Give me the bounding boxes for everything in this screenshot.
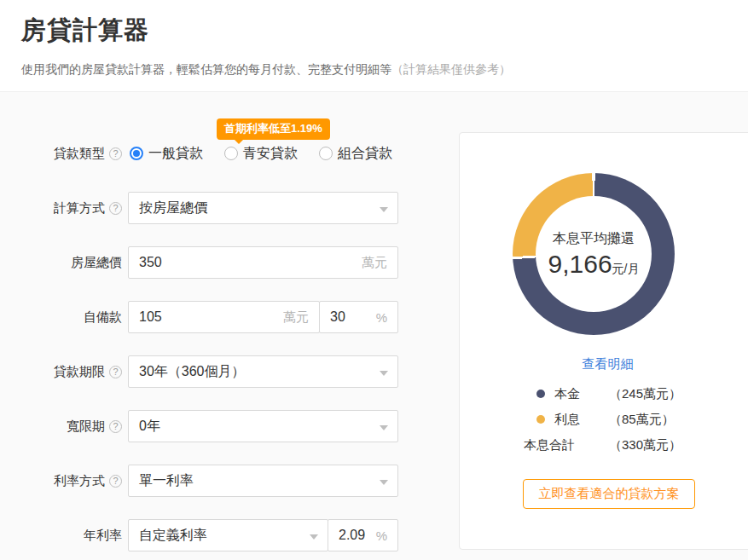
rate-type-label-text: 利率方式: [54, 473, 105, 489]
legend-value: （245萬元）: [609, 386, 681, 402]
annual-rate-select[interactable]: 自定義利率: [128, 519, 328, 551]
radio-icon: [130, 147, 143, 160]
house-price-box: 萬元: [128, 246, 398, 279]
promo-badge: 首期利率低至1.19%: [217, 118, 330, 140]
house-price-label-text: 房屋總價: [71, 255, 122, 271]
down-payment-row: 自備款 萬元 %: [0, 301, 398, 333]
loan-type-label-text: 貸款類型: [54, 146, 105, 162]
chart-legend: 本金 （245萬元） 利息 （85萬元） 本息合計 （330萬元）: [524, 381, 728, 458]
help-icon[interactable]: ?: [109, 202, 122, 215]
house-price-row: 房屋總價 萬元: [0, 246, 398, 279]
legend-row-interest: 利息 （85萬元）: [524, 407, 728, 432]
donut-center: 本息平均攤還 9,166元/月: [536, 196, 652, 312]
radio-icon: [224, 147, 238, 160]
loan-type-row: 貸款類型 ? 一般貸款 青安貸款 組合貸款: [0, 143, 392, 164]
down-payment-label-text: 自備款: [84, 309, 122, 326]
loan-term-label: 貸款期限 ?: [0, 364, 122, 380]
legend-name: 本金: [554, 386, 609, 402]
calc-method-label: 計算方式 ?: [0, 200, 122, 216]
mortgage-calculator-page: 房貸計算器 使用我們的房屋貸款計算器，輕鬆估算您的每月付款、完整支付明細等（計算…: [0, 0, 748, 560]
down-payment-input[interactable]: [139, 309, 278, 325]
view-loan-plans-button[interactable]: 立即查看適合的貸款方案: [523, 479, 695, 509]
grace-period-row: 寬限期 ? 0年: [0, 410, 398, 442]
house-price-unit: 萬元: [357, 255, 387, 271]
grace-period-select[interactable]: 0年: [128, 410, 398, 442]
calc-method-label-text: 計算方式: [54, 200, 105, 216]
monthly-payment-value: 9,166: [548, 250, 612, 278]
radio-youth-loan[interactable]: 青安貸款: [224, 145, 298, 163]
help-icon[interactable]: ?: [109, 475, 122, 488]
legend-value: （330萬元）: [609, 437, 681, 453]
donut-center-label: 本息平均攤還: [553, 230, 635, 248]
annual-rate-unit: %: [371, 528, 387, 543]
rate-type-label: 利率方式 ?: [0, 473, 122, 489]
annual-rate-percent-box: %: [328, 519, 398, 551]
chevron-down-icon: [380, 425, 388, 430]
radio-general-loan[interactable]: 一般貸款: [130, 145, 203, 163]
annual-rate-value: 自定義利率: [139, 527, 207, 545]
down-payment-unit: 萬元: [278, 309, 309, 326]
radio-label: 一般貸款: [148, 145, 203, 163]
radio-icon: [319, 147, 333, 160]
calc-method-value: 按房屋總價: [139, 199, 207, 217]
subtitle-note: （計算結果僅供參考）: [391, 62, 511, 76]
radio-combo-loan[interactable]: 組合貸款: [319, 145, 392, 163]
legend-row-principal: 本金 （245萬元）: [524, 381, 728, 407]
chevron-down-icon: [380, 207, 388, 212]
rate-type-select[interactable]: 單一利率: [128, 465, 398, 497]
help-icon[interactable]: ?: [109, 420, 122, 433]
subtitle-text: 使用我們的房屋貸款計算器，輕鬆估算您的每月付款、完整支付明細等: [21, 62, 391, 76]
annual-rate-label-text: 年利率: [84, 528, 122, 544]
legend-name: 本息合計: [524, 437, 609, 453]
annual-rate-row: 年利率 自定義利率 %: [0, 519, 398, 551]
chevron-down-icon: [380, 371, 388, 376]
grace-period-label-text: 寬限期: [67, 419, 105, 435]
monthly-payment-unit: 元/月: [612, 262, 640, 275]
legend-name: 利息: [554, 412, 609, 428]
page-subtitle: 使用我們的房屋貸款計算器，輕鬆估算您的每月付款、完整支付明細等（計算結果僅供參考…: [21, 62, 511, 78]
interest-dot-icon: [536, 415, 545, 424]
donut-chart-wrap: 本息平均攤還 9,166元/月: [513, 173, 675, 335]
radio-label: 青安貸款: [243, 145, 298, 163]
legend-value: （85萬元）: [609, 412, 675, 428]
house-price-input[interactable]: [139, 255, 357, 270]
rate-type-value: 單一利率: [139, 472, 194, 490]
house-price-label: 房屋總價: [0, 255, 122, 271]
radio-label: 組合貸款: [338, 145, 392, 163]
calc-method-select[interactable]: 按房屋總價: [128, 192, 398, 224]
down-payment-amount-box: 萬元: [128, 301, 320, 333]
rate-type-row: 利率方式 ? 單一利率: [0, 465, 398, 497]
down-payment-label: 自備款: [0, 309, 122, 326]
loan-term-label-text: 貸款期限: [54, 364, 105, 380]
down-payment-percent-unit: %: [371, 310, 387, 325]
loan-type-label: 貸款類型 ?: [0, 146, 122, 162]
loan-type-radio-group: 一般貸款 青安貸款 組合貸款: [130, 145, 392, 163]
help-icon[interactable]: ?: [109, 147, 122, 160]
down-payment-percent-box: %: [319, 301, 398, 333]
principal-dot-icon: [536, 390, 545, 398]
loan-term-value: 30年（360個月）: [139, 363, 246, 381]
help-icon[interactable]: ?: [109, 366, 122, 378]
loan-term-row: 貸款期限 ? 30年（360個月）: [0, 355, 398, 388]
down-payment-percent-input[interactable]: [330, 309, 371, 325]
annual-rate-label: 年利率: [0, 528, 122, 544]
grace-period-value: 0年: [139, 418, 160, 436]
chevron-down-icon: [380, 480, 388, 485]
grace-period-label: 寬限期 ?: [0, 419, 122, 435]
result-card: 本息平均攤還 9,166元/月 查看明細 本金 （245萬元） 利息 （85萬元…: [459, 132, 748, 550]
monthly-payment: 9,166元/月: [548, 250, 640, 279]
chevron-down-icon: [310, 534, 318, 540]
page-title: 房貸計算器: [21, 14, 149, 48]
calc-method-row: 計算方式 ? 按房屋總價: [0, 192, 398, 224]
view-details-link[interactable]: 查看明細: [460, 356, 748, 372]
loan-term-select[interactable]: 30年（360個月）: [128, 355, 398, 388]
legend-row-total: 本息合計 （330萬元）: [524, 432, 728, 458]
annual-rate-input[interactable]: [339, 528, 371, 543]
